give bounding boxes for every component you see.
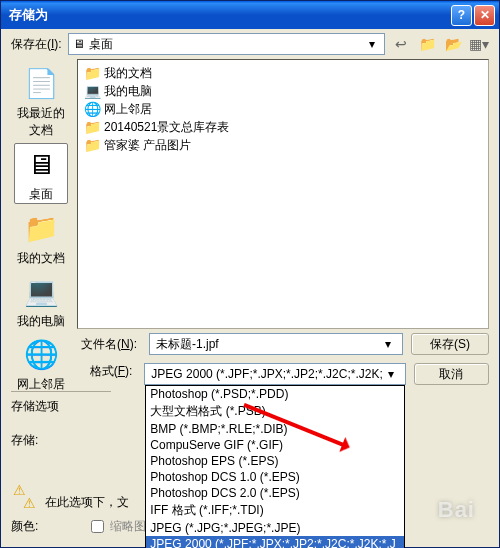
file-entry[interactable]: 🌐网上邻居 <box>82 100 484 118</box>
format-option[interactable]: JPEG 2000 (*.JPF;*.JPX;*.JP2;*.J2C;*.J2K… <box>146 536 403 548</box>
sidebar-item[interactable]: 📁我的文档 <box>14 208 68 267</box>
sidebar-label: 我最近的文档 <box>14 105 68 139</box>
cancel-button[interactable]: 取消 <box>414 363 489 385</box>
format-label: 格式(F): <box>11 363 136 380</box>
chevron-down-icon: ▾ <box>383 367 399 381</box>
places-sidebar: 📄我最近的文档🖥桌面📁我的文档💻我的电脑🌐网上邻居 <box>11 59 71 329</box>
sidebar-icon: 📄 <box>21 63 61 103</box>
sidebar-icon: 🖥 <box>21 144 61 184</box>
up-icon[interactable]: 📁 <box>417 34 437 54</box>
warning-row: ⚠ 在此选项下，文 <box>21 494 129 511</box>
file-entry[interactable]: 💻我的电脑 <box>82 82 484 100</box>
sidebar-label: 桌面 <box>15 186 67 203</box>
close-button[interactable]: ✕ <box>474 5 495 26</box>
format-option[interactable]: CompuServe GIF (*.GIF) <box>146 437 403 453</box>
file-icon: 💻 <box>84 83 100 99</box>
file-name: 我的文档 <box>104 65 152 82</box>
store-label: 存储: <box>11 432 38 449</box>
back-icon[interactable]: ↩ <box>391 34 411 54</box>
view-menu-icon[interactable]: ▦▾ <box>469 34 489 54</box>
help-button[interactable]: ? <box>451 5 472 26</box>
file-icon: 📁 <box>84 119 100 135</box>
options-group-label: 存储选项 <box>11 398 111 415</box>
format-option[interactable]: IFF 格式 (*.IFF;*.TDI) <box>146 501 403 520</box>
options-left: 存储选项 存储: ⚠ 颜色: <box>11 391 111 537</box>
sidebar-icon: 💻 <box>21 271 61 311</box>
format-option[interactable]: BMP (*.BMP;*.RLE;*.DIB) <box>146 421 403 437</box>
warning-text: 在此选项下，文 <box>45 494 129 511</box>
location-bar: 保存在(I): 🖥 桌面 ▾ ↩ 📁 📂 ▦▾ <box>1 29 499 59</box>
format-dropdown-list[interactable]: Photoshop (*.PSD;*.PDD)大型文档格式 (*.PSB)BMP… <box>145 385 404 548</box>
filename-value: 未标题-1.jpf <box>156 336 219 353</box>
file-name: 管家婆 产品图片 <box>104 137 191 154</box>
save-in-label: 保存在(I): <box>11 36 62 53</box>
format-option[interactable]: Photoshop (*.PSD;*.PDD) <box>146 386 403 402</box>
format-value: JPEG 2000 (*.JPF;*.JPX;*.JP2;*.J2C;*.J2K… <box>151 367 382 381</box>
file-entry[interactable]: 📁20140521景文总库存表 <box>82 118 484 136</box>
window-title: 存储为 <box>5 6 449 24</box>
file-icon: 📁 <box>84 65 100 81</box>
format-option[interactable]: JPEG (*.JPG;*.JPEG;*.JPE) <box>146 520 403 536</box>
watermark: Bai <box>438 497 475 523</box>
filename-input[interactable]: 未标题-1.jpf ▾ <box>149 333 403 355</box>
sidebar-label: 我的文档 <box>14 250 68 267</box>
sidebar-item[interactable]: 💻我的电脑 <box>14 271 68 330</box>
sidebar-label: 我的电脑 <box>14 313 68 330</box>
color-label: 颜色: <box>11 518 38 535</box>
location-select[interactable]: 🖥 桌面 ▾ <box>68 33 385 55</box>
format-select[interactable]: JPEG 2000 (*.JPF;*.JPX;*.JP2;*.J2C;*.J2K… <box>144 363 405 385</box>
titlebar: 存储为 ? ✕ <box>1 1 499 29</box>
chevron-down-icon: ▾ <box>364 37 380 51</box>
format-row: 格式(F): JPEG 2000 (*.JPF;*.JPX;*.JP2;*.J2… <box>1 359 499 389</box>
file-name: 20140521景文总库存表 <box>104 119 229 136</box>
new-folder-icon[interactable]: 📂 <box>443 34 463 54</box>
file-icon: 🌐 <box>84 101 100 117</box>
file-list[interactable]: 📁我的文档💻我的电脑🌐网上邻居📁20140521景文总库存表📁管家婆 产品图片 <box>77 59 489 329</box>
save-button[interactable]: 保存(S) <box>411 333 489 355</box>
chevron-down-icon: ▾ <box>380 337 396 351</box>
file-entry[interactable]: 📁管家婆 产品图片 <box>82 136 484 154</box>
format-option[interactable]: Photoshop DCS 2.0 (*.EPS) <box>146 485 403 501</box>
location-value: 桌面 <box>89 36 113 53</box>
desktop-icon: 🖥 <box>73 37 85 51</box>
filename-label: 文件名(N): <box>11 336 141 353</box>
thumbnail-checkbox[interactable] <box>91 520 104 533</box>
sidebar-item[interactable]: 📄我最近的文档 <box>14 63 68 139</box>
sidebar-item[interactable]: 🖥桌面 <box>14 143 68 204</box>
filename-row: 文件名(N): 未标题-1.jpf ▾ 保存(S) <box>1 329 499 359</box>
file-name: 我的电脑 <box>104 83 152 100</box>
format-option[interactable]: Photoshop DCS 1.0 (*.EPS) <box>146 469 403 485</box>
file-icon: 📁 <box>84 137 100 153</box>
sidebar-icon: 📁 <box>21 208 61 248</box>
save-as-dialog: 存储为 ? ✕ 保存在(I): 🖥 桌面 ▾ ↩ 📁 📂 ▦▾ 📄我最近的文档🖥… <box>0 0 500 548</box>
format-option[interactable]: Photoshop EPS (*.EPS) <box>146 453 403 469</box>
warning-icon: ⚠ <box>21 495 37 511</box>
file-entry[interactable]: 📁我的文档 <box>82 64 484 82</box>
main-area: 📄我最近的文档🖥桌面📁我的文档💻我的电脑🌐网上邻居 📁我的文档💻我的电脑🌐网上邻… <box>1 59 499 329</box>
file-name: 网上邻居 <box>104 101 152 118</box>
